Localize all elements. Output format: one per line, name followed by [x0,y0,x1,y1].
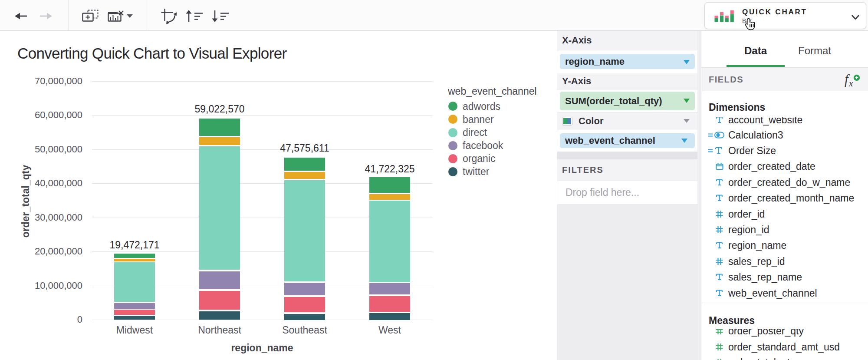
svg-text:x: x [848,78,853,89]
